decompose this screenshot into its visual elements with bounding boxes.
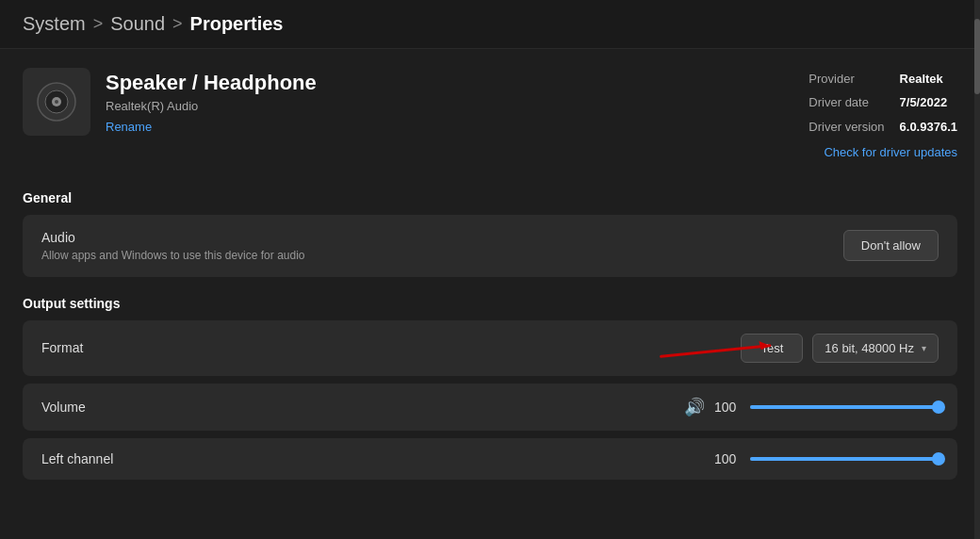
device-name: Speaker / Headphone: [106, 71, 317, 95]
device-info: Speaker / Headphone Realtek(R) Audio Ren…: [106, 71, 317, 134]
audio-card: Audio Allow apps and Windows to use this…: [23, 215, 957, 277]
breadcrumb-sep2: >: [172, 14, 183, 34]
rename-link[interactable]: Rename: [106, 120, 152, 134]
volume-label: Volume: [41, 400, 86, 415]
driver-table: Provider Realtek Driver date 7/5/2022 Dr…: [808, 68, 957, 138]
output-settings-title: Output settings: [23, 296, 957, 311]
output-settings-section: Output settings Format Test 16 bit, 4800…: [23, 296, 957, 480]
volume-slider-thumb: [932, 400, 945, 414]
left-channel-label: Left channel: [41, 451, 113, 466]
driver-version-label: Driver version: [808, 116, 884, 138]
device-right: Provider Realtek Driver date 7/5/2022 Dr…: [808, 68, 957, 164]
left-channel-value: 100: [714, 451, 741, 466]
test-button[interactable]: Test: [741, 334, 803, 363]
breadcrumb-system[interactable]: System: [23, 13, 86, 35]
volume-slider-fill: [750, 405, 939, 409]
format-row: Format Test 16 bit, 48000 Hz ▾: [23, 320, 957, 376]
left-channel-slider-thumb: [932, 452, 945, 466]
driver-date-label: Driver date: [808, 91, 884, 113]
audio-title: Audio: [41, 230, 305, 245]
volume-icon: 🔊: [684, 397, 705, 417]
left-channel-row: Left channel 100: [23, 438, 957, 480]
device-left: Speaker / Headphone Realtek(R) Audio Ren…: [23, 68, 317, 136]
dont-allow-button[interactable]: Don't allow: [843, 230, 939, 261]
device-header: Speaker / Headphone Realtek(R) Audio Ren…: [23, 68, 957, 164]
left-channel-slider-fill: [750, 457, 939, 461]
left-channel-controls: 100: [714, 451, 939, 466]
breadcrumb-sound[interactable]: Sound: [110, 13, 165, 35]
format-value: 16 bit, 48000 Hz: [825, 341, 914, 355]
device-subtitle: Realtek(R) Audio: [106, 99, 317, 113]
provider-label: Provider: [808, 68, 884, 90]
format-label: Format: [41, 340, 83, 355]
volume-slider[interactable]: [750, 405, 939, 409]
volume-row: Volume 🔊 100: [23, 384, 957, 431]
check-updates-link[interactable]: Check for driver updates: [808, 141, 957, 163]
audio-desc: Allow apps and Windows to use this devic…: [41, 249, 305, 262]
breadcrumb-sep1: >: [93, 14, 104, 34]
chevron-down-icon: ▾: [922, 343, 926, 353]
volume-controls: 🔊 100: [684, 397, 939, 417]
scrollbar-thumb[interactable]: [974, 19, 980, 94]
volume-value: 100: [714, 400, 741, 415]
left-channel-slider[interactable]: [750, 457, 939, 461]
format-dropdown[interactable]: 16 bit, 48000 Hz ▾: [812, 334, 939, 363]
svg-point-3: [55, 100, 58, 104]
speaker-icon: [36, 81, 77, 122]
driver-date-value: 7/5/2022: [900, 91, 957, 113]
format-controls: Test 16 bit, 48000 Hz ▾: [741, 334, 939, 363]
breadcrumb: System > Sound > Properties: [0, 0, 980, 49]
provider-value: Realtek: [900, 68, 957, 90]
driver-version-value: 6.0.9376.1: [900, 116, 957, 138]
general-section-title: General: [23, 190, 957, 205]
scrollbar[interactable]: [974, 0, 980, 539]
device-icon: [23, 68, 90, 136]
audio-card-text: Audio Allow apps and Windows to use this…: [41, 230, 305, 262]
breadcrumb-properties: Properties: [190, 13, 284, 35]
